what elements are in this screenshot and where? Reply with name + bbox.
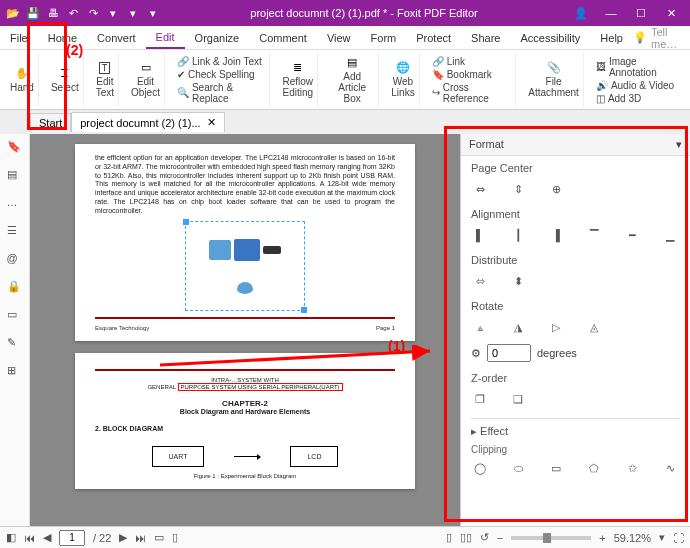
- search-replace[interactable]: 🔍Search & Replace: [177, 82, 266, 104]
- tell-me-search[interactable]: 💡 Tell me…: [633, 26, 690, 50]
- clip-ellipse-icon[interactable]: ◯: [471, 459, 489, 477]
- add-3d[interactable]: ◫Add 3D: [596, 93, 680, 104]
- menu-share[interactable]: Share: [461, 28, 510, 48]
- menu-edit[interactable]: Edit: [146, 27, 185, 49]
- fields-panel-icon[interactable]: ▭: [7, 308, 23, 324]
- document-view[interactable]: the efficient option for an application …: [30, 134, 460, 526]
- align-middle-icon[interactable]: ━: [623, 226, 641, 244]
- zoom-slider[interactable]: [511, 536, 591, 540]
- link-btn[interactable]: 🔗Link: [432, 56, 512, 67]
- attachments-panel-icon[interactable]: @: [7, 252, 23, 268]
- rotate-cw-icon[interactable]: ▷: [547, 318, 565, 336]
- menu-protect[interactable]: Protect: [406, 28, 461, 48]
- minimize-button[interactable]: —: [596, 0, 626, 26]
- reflow-view-icon[interactable]: ↺: [480, 531, 489, 544]
- zoom-out-icon[interactable]: −: [497, 532, 503, 544]
- center-vertical-icon[interactable]: ⇕: [509, 180, 527, 198]
- edit-text-tool[interactable]: 🅃 Edit Text: [92, 52, 119, 107]
- menu-accessibility[interactable]: Accessibility: [510, 28, 590, 48]
- clip-freeform-icon[interactable]: ∿: [661, 459, 679, 477]
- view-continuous-icon[interactable]: ▯: [172, 531, 178, 544]
- show-panel-icon[interactable]: ◧: [6, 531, 16, 544]
- qat-open-icon[interactable]: 📂: [4, 4, 22, 22]
- fit-page-icon[interactable]: ⛶: [673, 532, 684, 544]
- center-both-icon[interactable]: ⊕: [547, 180, 565, 198]
- menu-view[interactable]: View: [317, 28, 361, 48]
- clip-rect-icon[interactable]: ▭: [547, 459, 565, 477]
- bookmark-panel-icon[interactable]: 🔖: [7, 140, 23, 156]
- layers-panel-icon[interactable]: ☰: [7, 224, 23, 240]
- select-tool[interactable]: Ꮖ Select: [47, 52, 84, 107]
- distribute-h-icon[interactable]: ⬄: [471, 272, 489, 290]
- check-spelling[interactable]: ✔Check Spelling: [177, 69, 266, 80]
- view-mode-icon[interactable]: ▭: [154, 531, 164, 544]
- align-left-icon[interactable]: ▌: [471, 226, 489, 244]
- send-back-icon[interactable]: ❏: [509, 390, 527, 408]
- file-attachment[interactable]: 📎 File Attachment: [524, 52, 584, 107]
- menu-form[interactable]: Form: [361, 28, 407, 48]
- rotate-degrees-input[interactable]: [487, 344, 531, 362]
- login-icon[interactable]: 👤: [566, 0, 596, 26]
- image-annotation[interactable]: 🖼Image Annotation: [596, 56, 680, 78]
- align-top-icon[interactable]: ▔: [585, 226, 603, 244]
- distribute-v-icon[interactable]: ⬍: [509, 272, 527, 290]
- web-links[interactable]: 🌐 Web Links: [387, 52, 419, 107]
- articles-panel-icon[interactable]: ⊞: [7, 364, 23, 380]
- qat-undo-icon[interactable]: ↶: [64, 4, 82, 22]
- next-page-icon[interactable]: ▶: [119, 531, 127, 544]
- clip-oval-icon[interactable]: ⬭: [509, 459, 527, 477]
- menu-home[interactable]: Home: [38, 28, 87, 48]
- comments-panel-icon[interactable]: …: [7, 196, 23, 212]
- gear-icon[interactable]: ⚙: [471, 347, 481, 360]
- close-tab-icon[interactable]: ✕: [207, 116, 216, 129]
- clip-star-icon[interactable]: ✩: [623, 459, 641, 477]
- menu-file[interactable]: File: [0, 28, 38, 48]
- flip-vertical-icon[interactable]: ⟁: [471, 318, 489, 336]
- last-page-icon[interactable]: ⏭: [135, 532, 146, 544]
- bring-front-icon[interactable]: ❐: [471, 390, 489, 408]
- pages-panel-icon[interactable]: ▤: [7, 168, 23, 184]
- tab-start[interactable]: Start: [30, 113, 71, 132]
- zoom-in-icon[interactable]: +: [599, 532, 605, 544]
- reflow-editing[interactable]: ≣ Reflow Editing: [278, 52, 318, 107]
- signatures-panel-icon[interactable]: ✎: [7, 336, 23, 352]
- page-number-input[interactable]: [59, 530, 85, 546]
- qat-more-icon[interactable]: ▾: [104, 4, 122, 22]
- qat-more2-icon[interactable]: ▾: [124, 4, 142, 22]
- add-article-box[interactable]: ▤ Add Article Box: [326, 52, 379, 107]
- clip-polygon-icon[interactable]: ⬠: [585, 459, 603, 477]
- selected-image-object[interactable]: [185, 221, 305, 311]
- first-page-icon[interactable]: ⏮: [24, 532, 35, 544]
- selected-text-region[interactable]: PURPOSE SYSTEM USING SERIAL PERIPHERAL(U…: [178, 383, 343, 391]
- menu-organize[interactable]: Organize: [185, 28, 250, 48]
- layout-single-icon[interactable]: ▯: [446, 531, 452, 544]
- qat-redo-icon[interactable]: ↷: [84, 4, 102, 22]
- audio-video[interactable]: 🔊Audio & Video: [596, 80, 680, 91]
- bookmark-btn[interactable]: 🔖Bookmark: [432, 69, 512, 80]
- center-horizontal-icon[interactable]: ⇔: [471, 180, 489, 198]
- qat-more3-icon[interactable]: ▾: [144, 4, 162, 22]
- close-button[interactable]: ✕: [656, 0, 686, 26]
- zoom-dropdown-icon[interactable]: ▾: [659, 531, 665, 544]
- link-join-text[interactable]: 🔗Link & Join Text: [177, 56, 266, 67]
- panel-dropdown-icon[interactable]: ▾: [676, 138, 682, 151]
- prev-page-icon[interactable]: ◀: [43, 531, 51, 544]
- hand-tool[interactable]: ✋ Hand: [6, 52, 39, 107]
- edit-object-tool[interactable]: ▭ Edit Object: [127, 52, 165, 107]
- menu-help[interactable]: Help: [590, 28, 633, 48]
- qat-save-icon[interactable]: 💾: [24, 4, 42, 22]
- qat-print-icon[interactable]: 🖶: [44, 4, 62, 22]
- rotate-ccw-icon[interactable]: ◬: [585, 318, 603, 336]
- align-center-h-icon[interactable]: ┃: [509, 226, 527, 244]
- align-bottom-icon[interactable]: ▁: [661, 226, 679, 244]
- align-right-icon[interactable]: ▐: [547, 226, 565, 244]
- menu-comment[interactable]: Comment: [249, 28, 317, 48]
- layout-facing-icon[interactable]: ▯▯: [460, 531, 472, 544]
- tab-document[interactable]: project documnt (2) (1)... ✕: [71, 112, 224, 132]
- flip-horizontal-icon[interactable]: ◮: [509, 318, 527, 336]
- cross-ref-btn[interactable]: ↪Cross Reference: [432, 82, 512, 104]
- maximize-button[interactable]: ☐: [626, 0, 656, 26]
- rotate-section: Rotate ⟁ ◮ ▷ ◬ ⚙ degrees: [471, 300, 680, 362]
- security-panel-icon[interactable]: 🔒: [7, 280, 23, 296]
- menu-convert[interactable]: Convert: [87, 28, 146, 48]
